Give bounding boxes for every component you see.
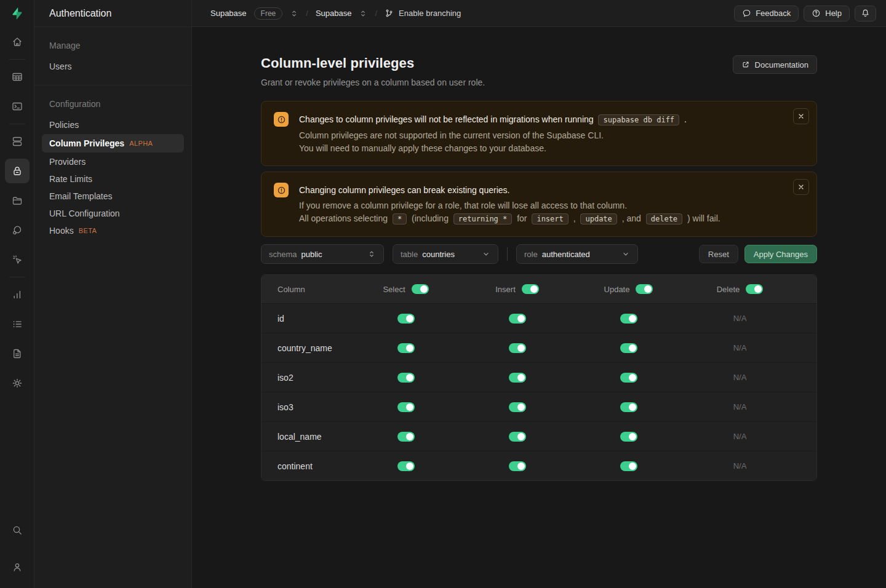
sidebar-item-providers[interactable]: Providers <box>34 153 191 170</box>
reset-button[interactable]: Reset <box>699 245 738 263</box>
cli-warning-banner: Changes to column privileges will not be… <box>261 101 817 166</box>
toggle-update[interactable] <box>620 461 637 471</box>
toggle-update[interactable] <box>620 373 637 383</box>
schema-select[interactable]: schema public <box>261 244 384 264</box>
nav-logs[interactable] <box>5 312 30 336</box>
nav-sql-editor[interactable] <box>5 94 30 119</box>
toggle-insert[interactable] <box>509 461 526 471</box>
sidebar-item-label: Column Privileges <box>49 138 124 148</box>
table-select-value: countries <box>422 250 455 259</box>
toggle-update[interactable] <box>620 314 637 324</box>
toggle-select[interactable] <box>397 402 415 412</box>
nav-database[interactable] <box>5 129 30 154</box>
feedback-label: Feedback <box>756 9 791 18</box>
enable-branching-button[interactable]: Enable branching <box>385 9 461 18</box>
table-row: local_name N/A <box>261 421 816 451</box>
delete-not-applicable: N/A <box>733 461 747 471</box>
nav-rail <box>0 0 34 588</box>
toggle-insert[interactable] <box>509 373 526 383</box>
toggle-insert[interactable] <box>509 314 526 324</box>
beta-badge: BETA <box>79 227 97 234</box>
toggle-update[interactable] <box>620 432 637 442</box>
supabase-logo[interactable] <box>0 0 34 27</box>
sidebar-item-column-privileges[interactable]: Column Privileges ALPHA <box>42 134 184 153</box>
toggle-insert[interactable] <box>509 402 526 412</box>
nav-table-editor[interactable] <box>5 65 30 89</box>
table-editor-icon <box>11 71 23 83</box>
project-switcher[interactable] <box>359 9 367 18</box>
nav-edge-functions[interactable] <box>5 218 30 242</box>
sidebar-item-rate-limits[interactable]: Rate Limits <box>34 170 191 188</box>
toggle-insert[interactable] <box>509 343 526 353</box>
nav-search[interactable] <box>5 518 30 542</box>
toggle-select[interactable] <box>397 314 415 324</box>
delete-not-applicable: N/A <box>733 402 747 411</box>
bell-icon <box>861 9 870 18</box>
notifications-button[interactable] <box>855 6 876 22</box>
toggle-select[interactable] <box>397 432 415 442</box>
delete-not-applicable: N/A <box>733 432 747 441</box>
topbar-actions: Feedback Help <box>734 6 886 22</box>
toggle-select-all[interactable] <box>412 284 429 294</box>
toggle-insert[interactable] <box>509 432 526 442</box>
sidebar-item-users[interactable]: Users <box>34 58 191 75</box>
breadcrumb-separator: / <box>306 9 308 18</box>
sidebar-item-url-configuration[interactable]: URL Configuration <box>34 205 191 222</box>
toggle-update-all[interactable] <box>636 284 653 294</box>
column-name: local_name <box>261 432 350 442</box>
breadcrumb-separator: / <box>375 9 377 18</box>
toggle-select[interactable] <box>397 461 415 471</box>
banner-line: Column privileges are not supported in t… <box>299 129 687 142</box>
column-name: country_name <box>261 343 350 353</box>
documentation-button[interactable]: Documentation <box>733 55 817 74</box>
sidebar-item-hooks[interactable]: Hooks BETA <box>34 222 191 239</box>
rail-divider <box>9 59 25 60</box>
toggle-delete-all[interactable] <box>746 284 763 294</box>
sidebar-item-email-templates[interactable]: Email Templates <box>34 188 191 205</box>
apply-changes-button[interactable]: Apply Changes <box>744 245 817 263</box>
chevrons-up-down-icon <box>359 9 367 18</box>
banner-dismiss-button[interactable] <box>793 108 809 124</box>
column-header: Column <box>261 285 350 294</box>
insert-header-label: Insert <box>495 285 516 294</box>
toggle-select[interactable] <box>397 373 415 383</box>
chevrons-up-down-icon <box>367 250 376 258</box>
table-row: country_name N/A <box>261 333 816 362</box>
nav-settings[interactable] <box>5 371 30 395</box>
banner-dismiss-button[interactable] <box>793 179 809 195</box>
sql-editor-icon <box>11 100 23 113</box>
sidebar-item-policies[interactable]: Policies <box>34 116 191 133</box>
table-select[interactable]: table countries <box>393 244 498 264</box>
banner-body: Column privileges are not supported in t… <box>299 129 687 155</box>
privileges-table: Column Select Insert Update <box>261 274 817 481</box>
toggle-select[interactable] <box>397 343 415 353</box>
toggle-insert-all[interactable] <box>522 284 539 294</box>
role-select-value: authenticated <box>542 250 590 259</box>
feedback-button[interactable]: Feedback <box>734 6 799 22</box>
nav-authentication[interactable] <box>5 159 30 183</box>
api-docs-icon <box>11 348 23 360</box>
toggle-update[interactable] <box>620 402 637 412</box>
nav-account[interactable] <box>5 555 30 579</box>
page-subtitle: Grant or revoke privileges on a column b… <box>261 77 485 87</box>
nav-reports[interactable] <box>5 282 30 307</box>
nav-storage[interactable] <box>5 188 30 213</box>
org-switcher[interactable] <box>290 9 298 18</box>
breadcrumb-org[interactable]: Supabase <box>210 9 247 18</box>
help-button[interactable]: Help <box>804 6 850 22</box>
plan-badge[interactable]: Free <box>254 7 283 20</box>
column-name: iso2 <box>261 373 350 383</box>
page-header: Column-level privileges Grant or revoke … <box>261 55 817 87</box>
rail-divider <box>9 124 25 124</box>
chat-bubble-icon <box>742 9 751 18</box>
nav-realtime[interactable] <box>5 247 30 272</box>
update-header-label: Update <box>604 285 630 294</box>
role-select[interactable]: role authenticated <box>516 244 638 264</box>
column-name: iso3 <box>261 402 350 412</box>
nav-home[interactable] <box>5 30 30 54</box>
nav-api-docs[interactable] <box>5 341 30 366</box>
breadcrumb-project[interactable]: Supabase <box>316 9 352 18</box>
auth-lock-icon <box>11 165 23 177</box>
delete-header-label: Delete <box>717 285 740 294</box>
toggle-update[interactable] <box>620 343 637 353</box>
